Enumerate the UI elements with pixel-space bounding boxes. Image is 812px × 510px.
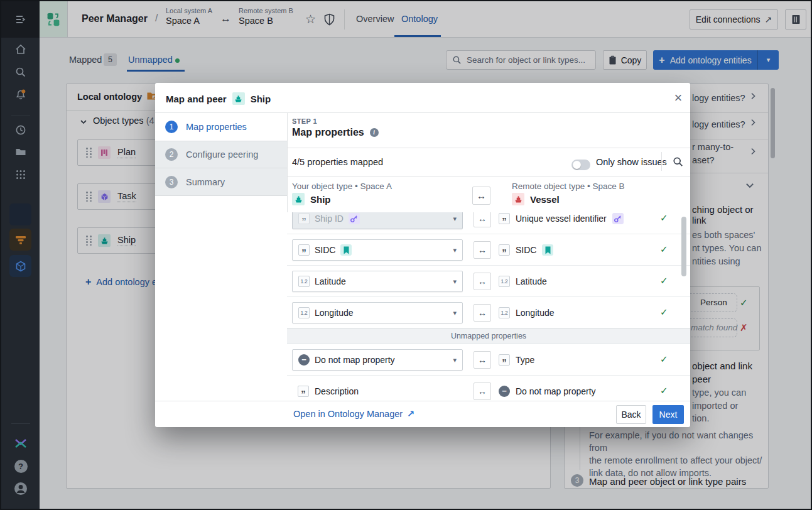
remote-property: ” Unique vessel identifier — [499, 212, 624, 229]
ship-type-icon — [292, 193, 305, 205]
property-label: Description — [315, 386, 359, 396]
property-select-disabled[interactable]: ” Ship ID ▾ — [292, 212, 463, 229]
check-icon: ✓ — [660, 275, 668, 286]
left-column-header: Your object type • Space A — [292, 182, 392, 191]
right-column-space: Space B — [593, 182, 625, 191]
bullet: • — [587, 182, 590, 191]
chevron-down-icon: ▾ — [453, 215, 457, 223]
remote-property: 1.2 Latitude — [499, 271, 547, 292]
chevron-down-icon: ▾ — [453, 309, 457, 317]
next-button[interactable]: Next — [652, 405, 684, 424]
step-title-text: Map properties — [292, 127, 364, 138]
property-select[interactable]: 1.2 Longitude ▾ — [292, 302, 463, 323]
next-label: Next — [659, 410, 678, 420]
step-summary[interactable]: 3 Summary — [155, 168, 287, 196]
property-mapping-list: ” Ship ID ▾ ↔ ” Unique vessel identifier… — [287, 212, 690, 401]
property-label: Latitude — [315, 276, 346, 286]
modal-title: Map and peer Ship — [166, 92, 271, 105]
property-label: Unique vessel identifier — [516, 214, 607, 224]
decimal-type-icon: 1.2 — [499, 276, 510, 287]
check-icon: ✓ — [660, 307, 668, 318]
property-label: Longitude — [516, 308, 555, 318]
property-label: Longitude — [315, 308, 354, 318]
right-column-header: Remote object type • Space B — [512, 182, 625, 191]
swap-icon: ↔ — [474, 273, 491, 290]
title-bookmark-icon — [340, 244, 352, 256]
property-label: Do not map property — [516, 386, 596, 396]
swap-icon: ↔ — [474, 351, 491, 369]
left-column-label: Your object type — [292, 182, 352, 191]
right-object-type: Vessel — [512, 193, 560, 205]
modal-divider — [287, 148, 690, 148]
property-label: Ship ID — [315, 214, 344, 224]
chevron-down-icon: ▾ — [453, 356, 457, 364]
swap-icon: ↔ — [472, 187, 490, 205]
string-type-icon: ” — [298, 213, 310, 224]
left-object-type-name: Ship — [310, 194, 331, 205]
open-ontology-manager-link[interactable]: Open in Ontology Manager ↗ — [293, 409, 414, 419]
string-type-icon: ” — [298, 386, 309, 397]
back-button[interactable]: Back — [616, 405, 646, 424]
property-row-sidc: ” SIDC ▾ ↔ ” SIDC ✓ — [287, 234, 690, 266]
property-row-longitude: 1.2 Longitude ▾ ↔ 1.2 Longitude ✓ — [287, 297, 690, 328]
property-row-type: − Do not map property ▾ ↔ ” Type ✓ — [287, 344, 690, 376]
check-icon: ✓ — [660, 244, 668, 255]
property-list-scrollbar[interactable] — [681, 217, 686, 276]
external-link-icon: ↗ — [407, 409, 414, 419]
back-label: Back — [621, 410, 641, 420]
step-number: 2 — [165, 148, 178, 161]
chevron-down-icon: ▾ — [453, 278, 457, 286]
modal-title-text: Map and peer — [166, 94, 227, 104]
swap-icon: ↔ — [474, 382, 491, 400]
swap-icon: ↔ — [474, 304, 491, 322]
check-icon: ✓ — [660, 354, 668, 365]
property-label: Latitude — [516, 276, 547, 286]
peer-manager-window: ? Peer Manager / Local system A Space A … — [0, 0, 812, 510]
primary-key-icon — [612, 213, 624, 224]
modal-divider — [287, 176, 690, 176]
search-properties-icon[interactable] — [670, 154, 685, 169]
step-configure-peering[interactable]: 2 Configure peering — [155, 141, 287, 168]
mapped-status-text: 4/5 properties mapped — [292, 157, 383, 167]
bullet: • — [355, 182, 358, 191]
chevron-down-icon: ▾ — [453, 246, 457, 254]
close-icon[interactable]: × — [670, 90, 686, 106]
info-icon[interactable]: i — [370, 128, 379, 137]
property-label: Type — [516, 355, 534, 365]
primary-key-icon — [349, 213, 360, 224]
property-label: SIDC — [516, 245, 536, 255]
check-icon: ✓ — [660, 212, 668, 224]
open-ontology-manager-label: Open in Ontology Manager — [293, 409, 403, 419]
step-number: 3 — [165, 176, 178, 188]
property-row-latitude: 1.2 Latitude ▾ ↔ 1.2 Latitude ✓ — [287, 266, 690, 297]
ship-type-icon — [232, 92, 245, 105]
decimal-type-icon: 1.2 — [298, 276, 310, 287]
swap-icon: ↔ — [474, 241, 491, 259]
remote-property: ” SIDC — [499, 239, 553, 261]
step-label: Map properties — [186, 122, 247, 132]
step-map-properties[interactable]: 1 Map properties — [155, 113, 287, 141]
property-select[interactable]: − Do not map property ▾ — [292, 349, 463, 371]
unmapped-properties-divider: Unmapped properties — [287, 328, 690, 344]
swap-icon: ↔ — [474, 212, 491, 227]
string-type-icon: ” — [499, 244, 510, 256]
title-bookmark-icon — [542, 244, 553, 256]
vessel-type-icon — [512, 193, 524, 205]
remote-property: 1.2 Longitude — [499, 302, 555, 323]
only-show-issues-toggle[interactable] — [571, 160, 590, 170]
local-property: ” Description — [298, 381, 359, 401]
property-select[interactable]: 1.2 Latitude ▾ — [292, 271, 463, 292]
check-icon: ✓ — [660, 385, 668, 396]
property-row-description: ” Description ↔ − Do not map property ✓ — [287, 376, 690, 401]
left-column-space: Space A — [360, 182, 392, 191]
decimal-type-icon: 1.2 — [298, 307, 310, 318]
string-type-icon: ” — [499, 213, 510, 224]
only-show-issues-label: Only show issues — [596, 157, 667, 167]
modal-entity-name: Ship — [251, 94, 271, 104]
property-select[interactable]: ” SIDC ▾ — [292, 239, 463, 261]
string-type-icon: ” — [499, 354, 510, 366]
step-eyebrow: STEP 1 — [292, 117, 317, 125]
step-number: 1 — [165, 121, 178, 133]
remote-property: ” Type — [499, 349, 534, 371]
do-not-map-icon: − — [298, 354, 310, 366]
